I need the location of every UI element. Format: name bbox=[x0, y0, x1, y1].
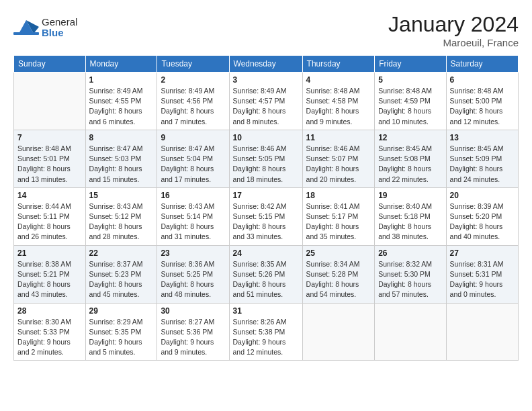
col-tuesday: Tuesday bbox=[157, 56, 229, 73]
col-friday: Friday bbox=[375, 56, 446, 73]
logo-general-text: General bbox=[42, 17, 77, 28]
day-number: 2 bbox=[161, 75, 225, 85]
table-row: 9Sunrise: 8:47 AM Sunset: 5:04 PM Daylig… bbox=[157, 130, 229, 187]
day-info: Sunrise: 8:29 AM Sunset: 5:35 PM Dayligh… bbox=[89, 317, 154, 358]
table-row: 22Sunrise: 8:37 AM Sunset: 5:23 PM Dayli… bbox=[85, 245, 157, 303]
table-row: 18Sunrise: 8:41 AM Sunset: 5:17 PM Dayli… bbox=[302, 187, 375, 245]
day-info: Sunrise: 8:46 AM Sunset: 5:05 PM Dayligh… bbox=[233, 144, 299, 185]
day-number: 25 bbox=[306, 248, 371, 258]
day-number: 22 bbox=[89, 248, 154, 258]
table-row: 7Sunrise: 8:48 AM Sunset: 5:01 PM Daylig… bbox=[14, 130, 86, 187]
day-info: Sunrise: 8:40 AM Sunset: 5:18 PM Dayligh… bbox=[378, 201, 442, 242]
day-info: Sunrise: 8:30 AM Sunset: 5:33 PM Dayligh… bbox=[17, 317, 82, 358]
table-row bbox=[14, 73, 86, 130]
day-info: Sunrise: 8:48 AM Sunset: 5:01 PM Dayligh… bbox=[17, 144, 82, 185]
day-number: 28 bbox=[17, 306, 82, 316]
day-number: 14 bbox=[17, 191, 82, 200]
day-info: Sunrise: 8:45 AM Sunset: 5:08 PM Dayligh… bbox=[378, 144, 442, 185]
day-info: Sunrise: 8:44 AM Sunset: 5:11 PM Dayligh… bbox=[17, 201, 82, 242]
day-info: Sunrise: 8:43 AM Sunset: 5:12 PM Dayligh… bbox=[89, 201, 154, 242]
table-row: 21Sunrise: 8:38 AM Sunset: 5:21 PM Dayli… bbox=[14, 245, 86, 303]
table-row bbox=[302, 303, 375, 361]
table-row bbox=[446, 303, 518, 361]
location: Maroeuil, France bbox=[388, 37, 519, 48]
table-row: 10Sunrise: 8:46 AM Sunset: 5:05 PM Dayli… bbox=[229, 130, 302, 187]
day-number: 9 bbox=[161, 133, 225, 142]
table-row bbox=[375, 303, 446, 361]
table-row: 23Sunrise: 8:36 AM Sunset: 5:25 PM Dayli… bbox=[157, 245, 229, 303]
day-info: Sunrise: 8:45 AM Sunset: 5:09 PM Dayligh… bbox=[450, 144, 515, 185]
logo-blue-text: Blue bbox=[42, 28, 77, 39]
table-row: 8Sunrise: 8:47 AM Sunset: 5:03 PM Daylig… bbox=[85, 130, 157, 187]
day-number: 21 bbox=[17, 248, 82, 258]
day-number: 23 bbox=[161, 248, 225, 258]
day-info: Sunrise: 8:49 AM Sunset: 4:57 PM Dayligh… bbox=[233, 86, 299, 127]
table-row: 13Sunrise: 8:45 AM Sunset: 5:09 PM Dayli… bbox=[446, 130, 518, 187]
day-info: Sunrise: 8:36 AM Sunset: 5:25 PM Dayligh… bbox=[161, 259, 225, 300]
month-title: January 2024 bbox=[388, 12, 519, 37]
header: General Blue January 2024 Maroeuil, Fran… bbox=[13, 12, 519, 48]
calendar-week-row: 14Sunrise: 8:44 AM Sunset: 5:11 PM Dayli… bbox=[14, 187, 519, 245]
table-row: 16Sunrise: 8:43 AM Sunset: 5:14 PM Dayli… bbox=[157, 187, 229, 245]
col-monday: Monday bbox=[85, 56, 157, 73]
day-number: 10 bbox=[233, 133, 299, 142]
day-info: Sunrise: 8:41 AM Sunset: 5:17 PM Dayligh… bbox=[306, 201, 371, 242]
day-info: Sunrise: 8:35 AM Sunset: 5:26 PM Dayligh… bbox=[233, 259, 299, 300]
day-number: 18 bbox=[306, 191, 371, 200]
day-number: 24 bbox=[233, 248, 299, 258]
table-row: 4Sunrise: 8:48 AM Sunset: 4:58 PM Daylig… bbox=[302, 73, 375, 130]
table-row: 15Sunrise: 8:43 AM Sunset: 5:12 PM Dayli… bbox=[85, 187, 157, 245]
day-number: 12 bbox=[378, 133, 442, 142]
day-info: Sunrise: 8:26 AM Sunset: 5:38 PM Dayligh… bbox=[233, 317, 299, 358]
day-number: 29 bbox=[89, 306, 154, 316]
day-number: 27 bbox=[450, 248, 515, 258]
day-info: Sunrise: 8:27 AM Sunset: 5:36 PM Dayligh… bbox=[161, 317, 225, 358]
table-row: 2Sunrise: 8:49 AM Sunset: 4:56 PM Daylig… bbox=[157, 73, 229, 130]
day-info: Sunrise: 8:47 AM Sunset: 5:04 PM Dayligh… bbox=[161, 144, 225, 185]
calendar-header-row: Sunday Monday Tuesday Wednesday Thursday… bbox=[14, 56, 519, 73]
day-info: Sunrise: 8:37 AM Sunset: 5:23 PM Dayligh… bbox=[89, 259, 154, 300]
table-row: 20Sunrise: 8:39 AM Sunset: 5:20 PM Dayli… bbox=[446, 187, 518, 245]
calendar-week-row: 28Sunrise: 8:30 AM Sunset: 5:33 PM Dayli… bbox=[14, 303, 519, 361]
logo-text: General Blue bbox=[42, 17, 77, 39]
day-number: 11 bbox=[306, 133, 371, 142]
svg-rect-2 bbox=[13, 32, 39, 35]
day-info: Sunrise: 8:31 AM Sunset: 5:31 PM Dayligh… bbox=[450, 259, 515, 300]
day-number: 19 bbox=[378, 191, 442, 200]
day-number: 6 bbox=[450, 75, 515, 85]
table-row: 3Sunrise: 8:49 AM Sunset: 4:57 PM Daylig… bbox=[229, 73, 302, 130]
logo-icon bbox=[13, 15, 39, 40]
logo: General Blue bbox=[13, 15, 77, 40]
table-row: 28Sunrise: 8:30 AM Sunset: 5:33 PM Dayli… bbox=[14, 303, 86, 361]
day-number: 5 bbox=[378, 75, 442, 85]
day-number: 26 bbox=[378, 248, 442, 258]
table-row: 30Sunrise: 8:27 AM Sunset: 5:36 PM Dayli… bbox=[157, 303, 229, 361]
table-row: 11Sunrise: 8:46 AM Sunset: 5:07 PM Dayli… bbox=[302, 130, 375, 187]
table-row: 25Sunrise: 8:34 AM Sunset: 5:28 PM Dayli… bbox=[302, 245, 375, 303]
day-info: Sunrise: 8:46 AM Sunset: 5:07 PM Dayligh… bbox=[306, 144, 371, 185]
day-info: Sunrise: 8:43 AM Sunset: 5:14 PM Dayligh… bbox=[161, 201, 225, 242]
table-row: 1Sunrise: 8:49 AM Sunset: 4:55 PM Daylig… bbox=[85, 73, 157, 130]
day-info: Sunrise: 8:48 AM Sunset: 5:00 PM Dayligh… bbox=[450, 86, 515, 127]
day-info: Sunrise: 8:48 AM Sunset: 4:59 PM Dayligh… bbox=[378, 86, 442, 127]
day-number: 8 bbox=[89, 133, 154, 142]
table-row: 17Sunrise: 8:42 AM Sunset: 5:15 PM Dayli… bbox=[229, 187, 302, 245]
col-wednesday: Wednesday bbox=[229, 56, 302, 73]
day-number: 7 bbox=[17, 133, 82, 142]
day-number: 3 bbox=[233, 75, 299, 85]
col-sunday: Sunday bbox=[14, 56, 86, 73]
day-info: Sunrise: 8:39 AM Sunset: 5:20 PM Dayligh… bbox=[450, 201, 515, 242]
table-row: 6Sunrise: 8:48 AM Sunset: 5:00 PM Daylig… bbox=[446, 73, 518, 130]
calendar-week-row: 7Sunrise: 8:48 AM Sunset: 5:01 PM Daylig… bbox=[14, 130, 519, 187]
day-number: 30 bbox=[161, 306, 225, 316]
day-number: 16 bbox=[161, 191, 225, 200]
col-saturday: Saturday bbox=[446, 56, 518, 73]
day-number: 4 bbox=[306, 75, 371, 85]
day-number: 15 bbox=[89, 191, 154, 200]
day-info: Sunrise: 8:49 AM Sunset: 4:55 PM Dayligh… bbox=[89, 86, 154, 127]
title-block: January 2024 Maroeuil, France bbox=[388, 12, 519, 48]
calendar-week-row: 21Sunrise: 8:38 AM Sunset: 5:21 PM Dayli… bbox=[14, 245, 519, 303]
day-info: Sunrise: 8:49 AM Sunset: 4:56 PM Dayligh… bbox=[161, 86, 225, 127]
table-row: 31Sunrise: 8:26 AM Sunset: 5:38 PM Dayli… bbox=[229, 303, 302, 361]
day-number: 20 bbox=[450, 191, 515, 200]
